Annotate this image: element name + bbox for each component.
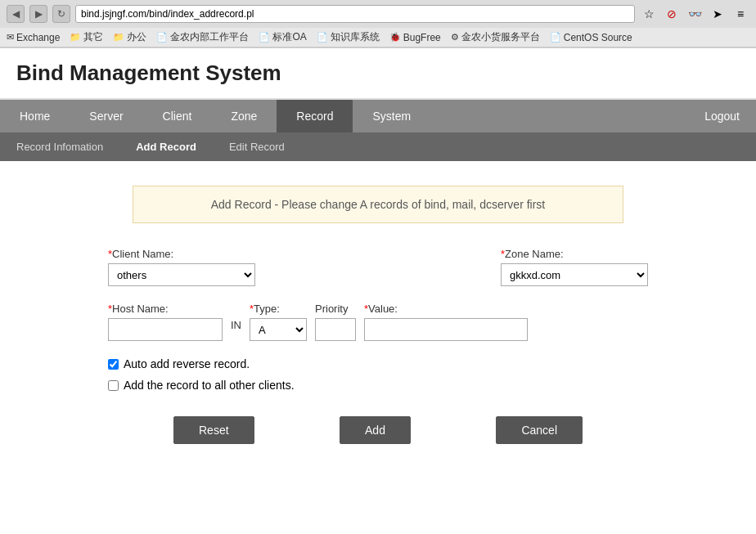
app-header: Bind Management System bbox=[0, 48, 756, 100]
bookmark-qita-label: 其它 bbox=[83, 30, 103, 44]
zone-name-group: *Zone Name: gkkxd.com zone1.com zone2.co… bbox=[501, 248, 648, 286]
zone-name-select[interactable]: gkkxd.com zone1.com zone2.com bbox=[501, 263, 648, 286]
glasses-icon[interactable]: 👓 bbox=[686, 5, 704, 23]
browser-chrome: ◀ ▶ ↻ ☆ ⊘ 👓 ➤ ≡ ✉ Exchange 📁 其它 📁 办公 📄 金… bbox=[0, 0, 756, 48]
bookmark-jinnong[interactable]: 📄 金农内部工作平台 bbox=[156, 30, 249, 44]
stop-icon[interactable]: ⊘ bbox=[663, 5, 681, 23]
value-label-text: Value: bbox=[368, 303, 398, 315]
host-name-input[interactable] bbox=[108, 318, 223, 341]
priority-group: Priority bbox=[315, 303, 356, 341]
type-select[interactable]: A AAAA CNAME MX NS PTR TXT bbox=[250, 318, 307, 341]
jinnongxiao-icon: ⚙ bbox=[451, 32, 459, 43]
checkboxes-area: Auto add reverse record. Add the record … bbox=[108, 357, 648, 392]
logout-button[interactable]: Logout bbox=[688, 100, 756, 132]
bookmark-star-icon[interactable]: ☆ bbox=[640, 5, 658, 23]
bookmark-centos-label: CentOS Source bbox=[564, 32, 632, 43]
all-clients-checkbox[interactable] bbox=[108, 380, 119, 391]
sub-nav: Record Infomation Add Record Edit Record bbox=[0, 132, 756, 161]
nav-home[interactable]: Home bbox=[0, 100, 70, 132]
all-clients-label: Add the record to all other clients. bbox=[124, 379, 295, 392]
menu-icon[interactable]: ≡ bbox=[731, 5, 749, 23]
address-bar[interactable] bbox=[75, 5, 635, 23]
auto-reverse-checkbox[interactable] bbox=[108, 359, 119, 370]
refresh-button[interactable]: ↻ bbox=[52, 5, 70, 23]
jinnong-icon: 📄 bbox=[156, 32, 168, 43]
arrow-icon[interactable]: ➤ bbox=[709, 5, 727, 23]
reset-button[interactable]: Reset bbox=[173, 416, 254, 444]
type-group: *Type: A AAAA CNAME MX NS PTR TXT bbox=[250, 303, 307, 341]
nav-server[interactable]: Server bbox=[70, 100, 142, 132]
content-area: Add Record - Please change A records of … bbox=[0, 161, 756, 469]
bookmark-bugfree[interactable]: 🐞 BugFree bbox=[389, 32, 441, 43]
bookmark-jinnongxiao[interactable]: ⚙ 金农小货服务平台 bbox=[451, 30, 540, 44]
nav-record[interactable]: Record bbox=[277, 100, 353, 132]
type-label: *Type: bbox=[250, 303, 307, 315]
checkbox-row-2: Add the record to all other clients. bbox=[108, 379, 648, 392]
zhishiku-icon: 📄 bbox=[317, 32, 328, 43]
bookmark-centos[interactable]: 📄 CentOS Source bbox=[550, 32, 632, 43]
qita-icon: 📁 bbox=[70, 32, 81, 43]
priority-input[interactable] bbox=[315, 318, 356, 341]
notice-box: Add Record - Please change A records of … bbox=[133, 186, 623, 223]
form-row-2: *Host Name: IN *Type: A AAAA CNAME MX NS… bbox=[108, 303, 648, 341]
browser-toolbar: ◀ ▶ ↻ ☆ ⊘ 👓 ➤ ≡ bbox=[0, 0, 756, 28]
bookmark-exchange-label: Exchange bbox=[16, 32, 60, 43]
priority-label: Priority bbox=[315, 303, 356, 315]
bugfree-icon: 🐞 bbox=[389, 32, 401, 43]
client-name-group: *Client Name: others client1 client2 bbox=[108, 248, 255, 286]
bookmark-zhishiku-label: 知识库系统 bbox=[331, 30, 380, 44]
in-label: IN bbox=[231, 319, 241, 336]
zone-name-label: *Zone Name: bbox=[501, 248, 648, 260]
subnav-add-record[interactable]: Add Record bbox=[119, 132, 213, 161]
buttons-row: Reset Add Cancel bbox=[173, 416, 583, 444]
checkbox-row-1: Auto add reverse record. bbox=[108, 357, 648, 370]
bookmark-qita[interactable]: 📁 其它 bbox=[70, 30, 103, 44]
auto-reverse-label: Auto add reverse record. bbox=[124, 357, 250, 370]
host-name-group: *Host Name: bbox=[108, 303, 223, 341]
client-name-label-text: Client Name: bbox=[112, 248, 173, 260]
host-name-label-text: Host Name: bbox=[112, 303, 169, 315]
bookmark-bugfree-label: BugFree bbox=[403, 32, 441, 43]
nav-client[interactable]: Client bbox=[143, 100, 212, 132]
bookmark-biaozhun-label: 标准OA bbox=[272, 30, 306, 44]
main-nav: Home Server Client Zone Record System Lo… bbox=[0, 100, 756, 132]
subnav-record-info[interactable]: Record Infomation bbox=[0, 132, 119, 161]
bookmark-biaozhun[interactable]: 📄 标准OA bbox=[259, 30, 306, 44]
cancel-button[interactable]: Cancel bbox=[496, 416, 583, 444]
app-title: Bind Management System bbox=[16, 61, 281, 85]
value-group: *Value: bbox=[364, 303, 528, 341]
biaozhun-icon: 📄 bbox=[259, 32, 270, 43]
zone-name-label-text: Zone Name: bbox=[505, 248, 564, 260]
add-button[interactable]: Add bbox=[340, 416, 411, 444]
bookmarks-bar: ✉ Exchange 📁 其它 📁 办公 📄 金农内部工作平台 📄 标准OA 📄… bbox=[0, 28, 756, 47]
forward-button[interactable]: ▶ bbox=[29, 5, 47, 23]
bookmark-jinnong-label: 金农内部工作平台 bbox=[170, 30, 249, 44]
host-name-label: *Host Name: bbox=[108, 303, 223, 315]
exchange-icon: ✉ bbox=[7, 32, 14, 43]
bookmark-bangong[interactable]: 📁 办公 bbox=[113, 30, 146, 44]
form-row-1: *Client Name: others client1 client2 *Zo… bbox=[108, 248, 648, 286]
bookmark-exchange[interactable]: ✉ Exchange bbox=[7, 32, 60, 43]
nav-system[interactable]: System bbox=[353, 100, 430, 132]
bookmark-zhishiku[interactable]: 📄 知识库系统 bbox=[317, 30, 380, 44]
client-name-label: *Client Name: bbox=[108, 248, 255, 260]
form-area: *Client Name: others client1 client2 *Zo… bbox=[92, 248, 664, 444]
back-button[interactable]: ◀ bbox=[7, 5, 25, 23]
subnav-edit-record[interactable]: Edit Record bbox=[213, 132, 301, 161]
client-name-select[interactable]: others client1 client2 bbox=[108, 263, 255, 286]
centos-icon: 📄 bbox=[550, 32, 561, 43]
value-label: *Value: bbox=[364, 303, 528, 315]
bookmark-jinnongxiao-label: 金农小货服务平台 bbox=[461, 30, 540, 44]
nav-zone[interactable]: Zone bbox=[211, 100, 277, 132]
type-label-text: Type: bbox=[254, 303, 280, 315]
notice-text: Add Record - Please change A records of … bbox=[211, 198, 546, 211]
value-input[interactable] bbox=[364, 318, 528, 341]
bangong-icon: 📁 bbox=[113, 32, 124, 43]
bookmark-bangong-label: 办公 bbox=[127, 30, 146, 44]
